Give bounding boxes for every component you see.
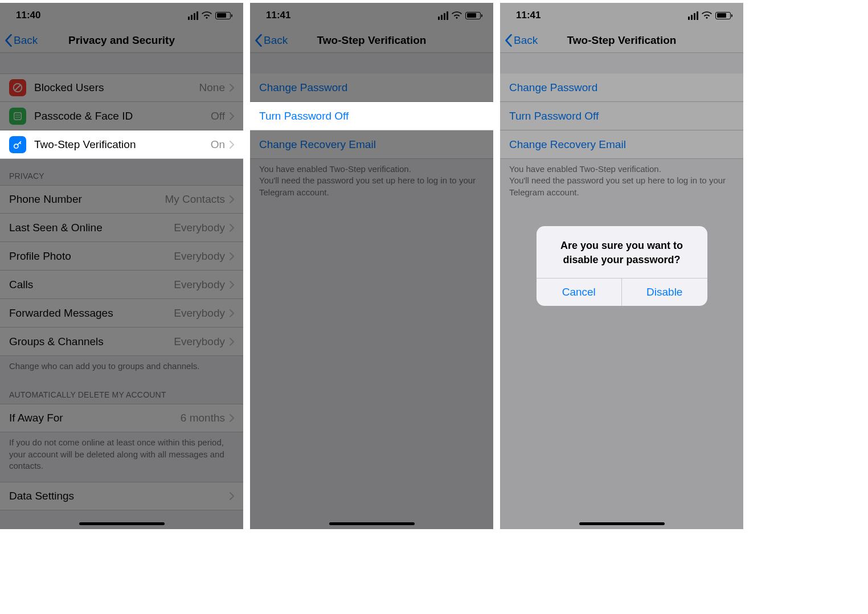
row-change-recovery-email[interactable]: Change Recovery Email — [250, 130, 493, 159]
svg-point-8 — [19, 116, 20, 117]
status-bar: 11:40 — [0, 3, 243, 28]
alert-disable-button[interactable]: Disable — [621, 279, 707, 306]
wifi-icon — [452, 11, 462, 19]
section-footer-privacy: Change who can add you to groups and cha… — [0, 356, 243, 378]
status-time: 11:41 — [266, 10, 290, 21]
row-label: Data Settings — [9, 490, 230, 502]
row-forwarded[interactable]: Forwarded Messages Everybody — [0, 299, 243, 328]
svg-point-5 — [19, 114, 20, 116]
row-value: Everybody — [174, 307, 225, 320]
status-time: 11:40 — [16, 10, 40, 21]
back-label: Back — [14, 34, 38, 47]
chevron-right-icon — [230, 224, 234, 232]
back-label: Back — [264, 34, 288, 47]
section-header-privacy: PRIVACY — [0, 159, 243, 185]
row-profile-photo[interactable]: Profile Photo Everybody — [0, 242, 243, 271]
chevron-right-icon — [230, 84, 234, 92]
row-label: Forwarded Messages — [9, 307, 174, 320]
row-value: On — [211, 138, 225, 151]
svg-line-1 — [15, 85, 21, 91]
chevron-right-icon — [230, 141, 234, 149]
link-label: Change Recovery Email — [259, 138, 376, 151]
three-screenshot-row: 11:40 Back Privacy and Security Blocked … — [0, 0, 868, 614]
row-phone-number[interactable]: Phone Number My Contacts — [0, 185, 243, 214]
link-label: Change Password — [259, 81, 347, 94]
svg-point-3 — [15, 114, 17, 116]
svg-point-4 — [17, 114, 18, 116]
confirm-disable-alert: Are you sure you want to disable your pa… — [537, 226, 707, 306]
cellular-icon — [188, 11, 198, 20]
row-value: Everybody — [174, 222, 225, 234]
alert-button-row: Cancel Disable — [537, 278, 707, 306]
row-value: Everybody — [174, 335, 225, 348]
chevron-right-icon — [230, 414, 234, 422]
alert-backdrop: Are you sure you want to disable your pa… — [500, 3, 743, 529]
row-value: Everybody — [174, 279, 225, 291]
section-footer-auto-delete: If you do not come online at least once … — [0, 432, 243, 477]
screen-disable-alert: 11:41 Back Two-Step Verification Change … — [500, 3, 743, 529]
row-value: None — [199, 81, 225, 94]
svg-point-6 — [15, 116, 17, 117]
nav-bar: Back Privacy and Security — [0, 28, 243, 53]
screen-two-step-list: 11:41 Back Two-Step Verification Change … — [250, 3, 493, 529]
row-calls[interactable]: Calls Everybody — [0, 271, 243, 299]
row-data-settings[interactable]: Data Settings — [0, 482, 243, 510]
battery-icon — [465, 12, 481, 19]
row-label: Blocked Users — [34, 81, 199, 94]
row-label: Calls — [9, 279, 174, 291]
blocked-icon — [9, 79, 26, 96]
screen-privacy-security: 11:40 Back Privacy and Security Blocked … — [0, 3, 243, 529]
status-indicators — [188, 11, 231, 20]
chevron-right-icon — [230, 492, 234, 500]
key-icon — [9, 136, 26, 153]
home-indicator[interactable] — [329, 522, 415, 525]
spacer — [250, 53, 493, 73]
row-label: Profile Photo — [9, 250, 174, 263]
row-passcode[interactable]: Passcode & Face ID Off — [0, 102, 243, 130]
chevron-right-icon — [230, 338, 234, 346]
row-last-seen[interactable]: Last Seen & Online Everybody — [0, 214, 243, 242]
row-label: If Away For — [9, 412, 181, 424]
chevron-right-icon — [230, 281, 234, 289]
link-label: Turn Password Off — [259, 110, 349, 122]
chevron-left-icon — [5, 34, 13, 47]
row-label: Two-Step Verification — [34, 138, 211, 151]
home-indicator[interactable] — [79, 522, 165, 525]
svg-rect-2 — [14, 112, 22, 120]
row-groups-channels[interactable]: Groups & Channels Everybody — [0, 328, 243, 356]
cellular-icon — [438, 11, 448, 20]
chevron-right-icon — [230, 252, 234, 260]
wifi-icon — [202, 11, 212, 19]
chevron-right-icon — [230, 112, 234, 120]
chevron-left-icon — [255, 34, 263, 47]
nav-bar: Back Two-Step Verification — [250, 28, 493, 53]
battery-icon — [215, 12, 231, 19]
back-button[interactable]: Back — [250, 34, 288, 47]
row-value: Off — [211, 110, 225, 122]
row-label: Phone Number — [9, 193, 165, 206]
row-label: Groups & Channels — [9, 335, 174, 348]
row-turn-password-off[interactable]: Turn Password Off — [250, 102, 493, 130]
spacer — [0, 53, 243, 73]
section-footer-2sv: You have enabled Two-Step verification. … — [250, 159, 493, 204]
row-blocked-users[interactable]: Blocked Users None — [0, 73, 243, 102]
row-value: Everybody — [174, 250, 225, 263]
row-value: My Contacts — [165, 193, 225, 206]
row-label: Passcode & Face ID — [34, 110, 211, 122]
status-bar: 11:41 — [250, 3, 493, 28]
row-two-step-verification[interactable]: Two-Step Verification On — [0, 130, 243, 159]
row-if-away-for[interactable]: If Away For 6 months — [0, 404, 243, 432]
chevron-right-icon — [230, 195, 234, 203]
back-button[interactable]: Back — [0, 34, 38, 47]
section-header-auto-delete: AUTOMATICALLY DELETE MY ACCOUNT — [0, 378, 243, 404]
row-value: 6 months — [181, 412, 225, 424]
status-indicators — [438, 11, 481, 20]
alert-message: Are you sure you want to disable your pa… — [537, 226, 707, 278]
alert-cancel-button[interactable]: Cancel — [537, 279, 622, 306]
chevron-right-icon — [230, 309, 234, 317]
svg-point-7 — [17, 116, 18, 117]
row-change-password[interactable]: Change Password — [250, 73, 493, 102]
row-label: Last Seen & Online — [9, 222, 174, 234]
passcode-icon — [9, 108, 26, 125]
